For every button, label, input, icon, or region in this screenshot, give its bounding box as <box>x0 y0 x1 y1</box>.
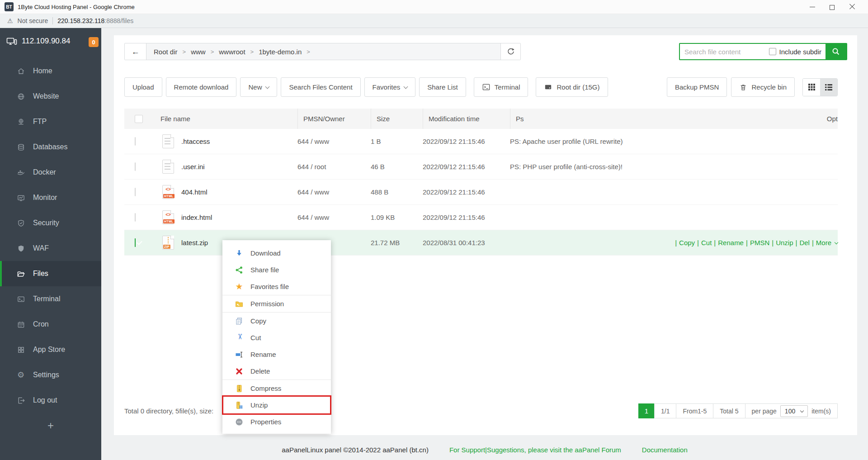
favorites-button[interactable]: Favorites <box>364 77 416 97</box>
menu-item-delete[interactable]: Delete <box>222 363 331 379</box>
restore-icon[interactable] <box>829 4 835 10</box>
grid-view-icon[interactable] <box>803 79 820 96</box>
breadcrumb-root-dir[interactable]: Root dir <box>154 48 178 56</box>
root-dir-button[interactable]: Root dir (15G) <box>536 77 608 97</box>
sidebar-item-settings[interactable]: ⚙ Settings <box>0 362 101 388</box>
opt-cut-link[interactable]: Cut <box>699 239 714 247</box>
remote-download-label: Remote download <box>174 83 229 91</box>
breadcrumb-separator: > <box>250 48 254 55</box>
recycle-bin-button[interactable]: Recycle bin <box>731 77 795 97</box>
sidebar-item-terminal[interactable]: Terminal <box>0 286 101 312</box>
file-ps[interactable]: PS: Apache user profile (URL rewrite) <box>510 138 657 145</box>
back-button[interactable]: ← <box>125 43 146 60</box>
backup-pmsn-label: Backup PMSN <box>675 83 719 91</box>
menu-item-favorites-file[interactable]: ★ Favorites file <box>222 278 331 295</box>
breadcrumb-www[interactable]: www <box>191 48 206 56</box>
row-checkbox[interactable] <box>135 213 136 222</box>
include-subdir-option[interactable]: Include subdir <box>769 48 826 56</box>
sidebar-item-waf[interactable]: WAF <box>0 236 101 261</box>
col-size[interactable]: Size <box>371 109 423 129</box>
table-row-htaccess[interactable]: .htaccess 644 / www 1 B 2022/09/12 21:15… <box>124 129 838 154</box>
menu-item-rename[interactable]: Rename <box>222 346 331 363</box>
opt-unzip-link[interactable]: Unzip <box>774 239 795 247</box>
row-checkbox[interactable] <box>135 188 136 196</box>
menu-item-download[interactable]: Download <box>222 245 331 261</box>
row-checkbox[interactable] <box>135 162 136 171</box>
search-input[interactable] <box>680 48 769 56</box>
menu-item-share-file[interactable]: Share file <box>222 261 331 278</box>
documentation-link[interactable]: Documentation <box>642 446 688 454</box>
sidebar-item-label: Docker <box>33 168 56 176</box>
upload-button[interactable]: Upload <box>124 77 162 97</box>
col-file-name[interactable]: File name <box>153 109 297 129</box>
page-1-button[interactable]: 1 <box>638 403 655 418</box>
search-bar: Include subdir <box>679 43 847 60</box>
support-link[interactable]: For Support|Suggestions, please visit th… <box>449 446 621 454</box>
file-mtime: 2022/09/12 21:15:46 <box>423 138 510 145</box>
breadcrumb-wwwroot[interactable]: wwwroot <box>219 48 245 56</box>
file-name[interactable]: .htaccess <box>181 138 210 145</box>
breadcrumb-separator: > <box>183 48 186 55</box>
sidebar-item-log-out[interactable]: Log out <box>0 388 101 413</box>
opt-copy-link[interactable]: Copy <box>677 239 697 247</box>
select-all-checkbox[interactable] <box>135 115 143 123</box>
close-icon[interactable] <box>849 4 855 10</box>
sidebar-item-databases[interactable]: Databases <box>0 134 101 160</box>
sidebar-item-home[interactable]: Home <box>0 58 101 84</box>
url-text[interactable]: 220.158.232.118:8888/files <box>57 17 133 24</box>
sidebar-item-website[interactable]: Website <box>0 84 101 109</box>
remote-download-button[interactable]: Remote download <box>166 77 237 97</box>
menu-item-unzip[interactable]: Unzip <box>222 397 331 413</box>
sidebar-item-ftp[interactable]: FTP <box>0 109 101 134</box>
file-name[interactable]: 404.html <box>181 188 208 196</box>
file-ps[interactable]: PS: PHP user profile (anti-cross-site)! <box>510 163 657 171</box>
menu-item-cut[interactable]: ✂ Cut <box>222 329 331 346</box>
col-pmsn-owner[interactable]: PMSN/Owner <box>297 109 371 129</box>
opt-rename-link[interactable]: Rename <box>716 239 746 247</box>
main-area: ← Root dir > www > wwwroot > 1byte-demo.… <box>101 28 868 460</box>
refresh-button[interactable] <box>500 43 520 60</box>
sidebar-item-docker[interactable]: Docker <box>0 160 101 185</box>
row-checkbox[interactable] <box>135 238 136 247</box>
share-list-button[interactable]: Share List <box>419 77 466 97</box>
opt-del-link[interactable]: Del <box>797 239 812 247</box>
row-checkbox[interactable] <box>135 137 136 146</box>
per-page-select[interactable]: 100 <box>780 405 808 417</box>
message-badge[interactable]: 0 <box>89 37 99 47</box>
terminal-button[interactable]: Terminal <box>474 77 528 97</box>
backup-pmsn-button[interactable]: Backup PMSN <box>667 77 727 97</box>
html-file-icon: <>HTML <box>162 210 174 224</box>
file-name[interactable]: latest.zip <box>181 239 208 247</box>
menu-item-copy[interactable]: Copy <box>222 313 331 329</box>
table-row-index-html[interactable]: <>HTML index.html 644 / www 1.09 KB 2022… <box>124 205 838 230</box>
warning-icon[interactable]: ⚠ <box>7 17 13 24</box>
new-button[interactable]: New <box>240 77 277 97</box>
opt-more-link[interactable]: More <box>814 239 834 247</box>
sidebar-item-monitor[interactable]: Monitor <box>0 185 101 210</box>
col-modification-time[interactable]: Modification time <box>423 109 510 129</box>
minimize-icon[interactable] <box>809 4 816 10</box>
file-name[interactable]: index.html <box>181 213 212 221</box>
add-shortcut-button[interactable]: + <box>0 413 101 438</box>
col-ps[interactable]: Ps <box>510 109 657 129</box>
list-view-icon[interactable] <box>820 79 837 96</box>
search-button[interactable] <box>826 44 846 59</box>
sidebar-item-app-store[interactable]: App Store <box>0 337 101 362</box>
menu-item-compress[interactable]: Compress <box>222 380 331 397</box>
menu-item-permission[interactable]: Permission <box>222 295 331 312</box>
per-page-control: per page 100 item(s) <box>745 403 838 418</box>
include-subdir-checkbox[interactable] <box>769 48 776 55</box>
server-header[interactable]: 112.109.90.84 0 <box>0 28 101 54</box>
shield-check-icon <box>16 219 25 228</box>
opt-pmsn-link[interactable]: PMSN <box>748 239 772 247</box>
sidebar-item-cron[interactable]: Cron <box>0 312 101 337</box>
sidebar-item-security[interactable]: Security <box>0 210 101 236</box>
file-name[interactable]: .user.ini <box>181 163 205 171</box>
breadcrumb-site-dir[interactable]: 1byte-demo.in <box>259 48 302 56</box>
search-files-content-button[interactable]: Search Files Content <box>281 77 360 97</box>
table-row-404-html[interactable]: <>HTML 404.html 644 / www 488 B 2022/09/… <box>124 180 838 205</box>
not-secure-label[interactable]: Not secure <box>18 17 48 24</box>
menu-item-properties[interactable]: Properties <box>222 413 331 430</box>
sidebar-item-files[interactable]: Files <box>0 261 101 286</box>
table-row-user-ini[interactable]: .user.ini 644 / root 46 B 2022/09/12 21:… <box>124 154 838 180</box>
